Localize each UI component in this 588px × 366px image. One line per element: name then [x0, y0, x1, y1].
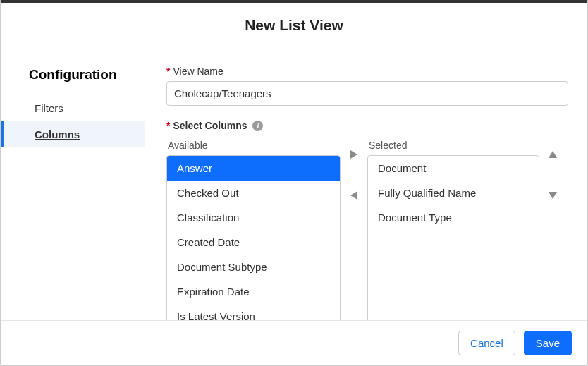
svg-marker-3: [549, 192, 557, 199]
arrow-right-icon: [350, 150, 357, 159]
svg-marker-0: [350, 150, 357, 159]
required-asterisk: *: [166, 66, 170, 77]
selected-item[interactable]: Document Type: [368, 205, 539, 230]
cancel-button[interactable]: Cancel: [458, 331, 515, 355]
configuration-nav: Filters Columns: [1, 95, 145, 147]
arrow-left-icon: [350, 191, 357, 200]
configuration-sidebar: Configuration Filters Columns: [1, 47, 166, 320]
dual-list-picker: Available AnswerChecked OutClassificatio…: [166, 140, 569, 320]
selected-item[interactable]: Document: [368, 156, 539, 181]
selected-item[interactable]: Fully Qualified Name: [368, 181, 539, 205]
svg-marker-1: [350, 191, 357, 200]
new-list-view-modal: New List View Configuration Filters Colu…: [0, 0, 588, 366]
nav-item-columns[interactable]: Columns: [1, 121, 145, 147]
nav-item-label: Filters: [35, 102, 63, 114]
selected-header: Selected: [367, 140, 539, 151]
view-name-group: * View Name: [166, 66, 569, 106]
required-asterisk: *: [166, 120, 170, 131]
available-column-section: Available AnswerChecked OutClassificatio…: [166, 140, 341, 320]
available-item[interactable]: Checked Out: [167, 181, 340, 205]
select-columns-label: Select Columns: [173, 120, 247, 131]
modal-header: New List View: [1, 3, 587, 47]
svg-marker-2: [549, 151, 557, 158]
move-up-button[interactable]: [546, 148, 559, 161]
info-icon[interactable]: i: [252, 121, 263, 131]
available-listbox[interactable]: AnswerChecked OutClassificationCreated D…: [166, 155, 341, 320]
main-panel: * View Name * Select Columns i Available…: [166, 47, 587, 320]
selected-column-section: Selected DocumentFully Qualified NameDoc…: [367, 140, 539, 320]
select-columns-group: * Select Columns i: [166, 120, 569, 135]
available-header: Available: [166, 140, 341, 151]
view-name-label-row: * View Name: [166, 66, 569, 77]
modal-footer: Cancel Save: [1, 320, 587, 365]
move-down-button[interactable]: [546, 189, 559, 202]
available-item[interactable]: Document Subtype: [167, 255, 340, 279]
move-right-button[interactable]: [348, 148, 360, 161]
modal-body: Configuration Filters Columns * View Nam…: [1, 47, 587, 320]
nav-item-label: Columns: [35, 128, 80, 140]
available-item[interactable]: Answer: [167, 156, 340, 181]
selected-listbox[interactable]: DocumentFully Qualified NameDocument Typ…: [367, 155, 539, 320]
available-item[interactable]: Classification: [167, 205, 340, 230]
reorder-buttons: [545, 140, 561, 202]
nav-item-filters[interactable]: Filters: [1, 95, 145, 121]
view-name-input[interactable]: [166, 81, 568, 106]
save-button[interactable]: Save: [524, 331, 572, 355]
configuration-heading: Configuration: [29, 67, 145, 83]
available-item[interactable]: Expiration Date: [167, 279, 340, 304]
move-left-button[interactable]: [348, 189, 360, 202]
arrow-up-icon: [549, 151, 557, 158]
view-name-label: View Name: [173, 66, 223, 77]
arrow-down-icon: [549, 192, 557, 199]
select-columns-label-row: * Select Columns i: [166, 120, 569, 131]
available-item[interactable]: Is Latest Version: [167, 304, 340, 320]
move-buttons: [346, 140, 362, 202]
modal-title: New List View: [1, 17, 587, 34]
available-item[interactable]: Created Date: [167, 230, 340, 255]
